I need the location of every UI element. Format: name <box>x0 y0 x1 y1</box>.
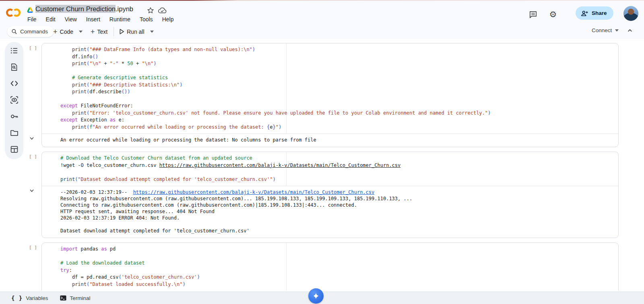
plus-icon: + <box>53 28 58 35</box>
code-editor[interactable]: # Download the Telco Customer Churn data… <box>42 152 618 186</box>
collapse-output-icon[interactable] <box>29 187 36 195</box>
notebook-cell-2: [ ]# Download the Telco Customer Churn d… <box>27 152 644 238</box>
gemini-sparkle-button[interactable] <box>308 288 324 304</box>
person-add-icon <box>580 10 588 16</box>
cell-output: --2026-02-03 12:37:19-- https://raw.gith… <box>42 186 618 238</box>
cloud-saved-icon[interactable] <box>157 6 167 15</box>
menu-insert[interactable]: Insert <box>86 16 100 23</box>
output-link[interactable]: https://raw.githubusercontent.com/balaji… <box>133 189 375 195</box>
add-text-button[interactable]: + Text <box>91 26 107 37</box>
play-icon <box>119 29 124 35</box>
menu-edit[interactable]: Edit <box>46 16 56 23</box>
notebook-title-selected[interactable]: Customer Churn Prediction <box>35 5 116 13</box>
data-table-icon[interactable] <box>10 145 19 154</box>
share-label: Share <box>592 10 607 16</box>
run-cell-button[interactable]: [ ] <box>29 245 37 250</box>
notebook-cell-3: [ ]import pandas as pd # Load the downlo… <box>27 242 644 291</box>
left-sidebar <box>5 42 23 159</box>
drive-icon <box>27 7 33 13</box>
add-code-button[interactable]: + Code <box>53 26 83 37</box>
comment-icon[interactable] <box>528 9 538 20</box>
notebook-scroll-area[interactable]: [ ] print("### DataFrame Info (data type… <box>27 39 644 292</box>
run-cell-button[interactable]: [ ] <box>29 154 37 159</box>
cell-editor-container: # Download the Telco Customer Churn data… <box>41 152 619 238</box>
add-text-label: Text <box>97 29 108 35</box>
search-icon <box>11 29 17 35</box>
header: Customer Churn Prediction.ipynb File Edi… <box>0 1 644 24</box>
code-editor[interactable]: import pandas as pd # Load the downloade… <box>42 243 618 291</box>
toolbar: Commands + Code + Text Run all Connect <box>0 24 644 39</box>
run-cell-button[interactable]: [ ] <box>29 45 37 51</box>
toolbar-divider <box>114 27 114 36</box>
menu-help[interactable]: Help <box>162 16 174 23</box>
add-code-label: Code <box>60 29 73 35</box>
variables-label: Variables <box>26 295 48 301</box>
cell-output: An error occurred while loading or proce… <box>42 134 618 147</box>
notebook-title[interactable]: Customer Churn Prediction.ipynb <box>35 5 133 13</box>
caret-down-icon[interactable] <box>150 31 154 33</box>
connect-label: Connect <box>592 27 612 33</box>
scan-eye-icon[interactable] <box>10 96 19 104</box>
gear-icon[interactable]: ⚙ <box>547 9 559 20</box>
run-all-label: Run all <box>127 29 144 35</box>
avatar[interactable] <box>623 6 638 21</box>
variables-button[interactable]: { } Variables <box>11 295 48 301</box>
plus-icon: + <box>91 28 95 35</box>
cell-gutter: [ ] <box>27 43 41 147</box>
chevron-up-icon[interactable] <box>627 27 636 36</box>
menu-tools[interactable]: Tools <box>140 16 153 23</box>
colab-logo[interactable] <box>5 7 22 18</box>
commands-label: Commands <box>20 29 48 35</box>
caret-down-icon[interactable] <box>79 31 83 33</box>
cell-gutter: [ ] <box>27 242 41 291</box>
cell-editor-container: import pandas as pd # Load the downloade… <box>41 242 619 291</box>
star-icon[interactable] <box>146 6 155 15</box>
table-of-contents-icon[interactable] <box>10 46 19 55</box>
colab-window: Customer Churn Prediction.ipynb File Edi… <box>0 0 644 304</box>
content-area: [ ] print("### DataFrame Info (data type… <box>0 39 644 292</box>
cell-gutter: [ ] <box>27 152 41 238</box>
collapse-output-icon[interactable] <box>29 135 36 142</box>
run-all-button[interactable]: Run all <box>119 26 154 37</box>
secrets-key-icon[interactable] <box>10 112 19 121</box>
notebook-title-extension: .ipynb <box>116 5 133 12</box>
menu-bar: File Edit View Insert Runtime Tools Help <box>27 16 173 23</box>
connect-button[interactable]: Connect <box>592 27 619 33</box>
share-button[interactable]: Share <box>576 6 613 20</box>
code-editor[interactable]: print("### DataFrame Info (data types an… <box>42 43 618 134</box>
find-in-document-icon[interactable] <box>10 63 19 71</box>
cell-editor-container: print("### DataFrame Info (data types an… <box>41 43 619 147</box>
code-snippets-icon[interactable] <box>10 79 19 88</box>
terminal-button[interactable]: Terminal <box>60 295 91 301</box>
menu-runtime[interactable]: Runtime <box>109 16 130 23</box>
caret-down-icon[interactable] <box>615 29 619 32</box>
menu-file[interactable]: File <box>27 16 37 23</box>
terminal-icon <box>60 295 67 301</box>
braces-icon: { } <box>11 295 23 301</box>
terminal-label: Terminal <box>70 295 91 301</box>
commands-button[interactable]: Commands <box>7 26 54 37</box>
files-folder-icon[interactable] <box>10 129 19 137</box>
notebook-cell-1: [ ] print("### DataFrame Info (data type… <box>27 43 644 147</box>
menu-view[interactable]: View <box>65 16 77 23</box>
